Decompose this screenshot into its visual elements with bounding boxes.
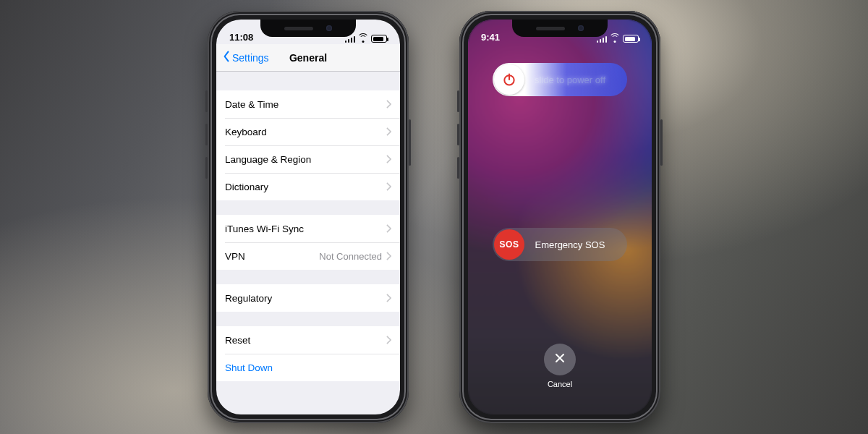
- row-date-time[interactable]: Date & Time: [216, 90, 400, 118]
- row-detail: Not Connected: [319, 251, 382, 262]
- page-title: General: [289, 52, 327, 64]
- slide-emergency-sos[interactable]: SOS Emergency SOS: [493, 228, 627, 261]
- row-vpn[interactable]: VPN Not Connected: [216, 242, 400, 270]
- row-label: Date & Time: [225, 99, 278, 110]
- nav-bar: Settings General: [216, 44, 400, 72]
- wifi-icon: [358, 35, 368, 43]
- row-label: Keyboard: [225, 127, 267, 137]
- cancel-control: Cancel: [544, 344, 576, 388]
- chevron-right-icon: [386, 182, 391, 191]
- row-label: Regulatory: [225, 293, 272, 304]
- battery-icon: [623, 35, 639, 43]
- cancel-label: Cancel: [544, 380, 576, 388]
- close-icon: [554, 352, 566, 367]
- chevron-right-icon: [386, 100, 391, 109]
- sos-icon[interactable]: SOS: [494, 229, 524, 260]
- section-gap: [216, 270, 400, 284]
- cancel-button[interactable]: [544, 344, 576, 375]
- chevron-right-icon: [386, 155, 391, 163]
- section-gap: [216, 72, 400, 90]
- power-icon[interactable]: [494, 64, 524, 95]
- notch: [260, 20, 356, 37]
- row-dictionary[interactable]: Dictionary: [216, 173, 400, 200]
- slide-to-power-off[interactable]: slide to power off: [493, 63, 627, 96]
- settings-list[interactable]: Date & Time Keyboard Language & Region D…: [216, 72, 400, 414]
- status-time: 9:41: [481, 32, 500, 43]
- chevron-right-icon: [386, 224, 391, 233]
- chevron-right-icon: [386, 127, 391, 136]
- row-shut-down[interactable]: Shut Down: [216, 354, 400, 381]
- chevron-right-icon: [386, 252, 391, 260]
- back-label: Settings: [232, 52, 269, 64]
- phone-right-poweroff: 9:41 slide to power off SOS Emergency SO…: [459, 11, 660, 423]
- row-label: Shut Down: [225, 362, 273, 373]
- settings-app: 11:08 Settings General: [216, 20, 400, 414]
- screen-settings: 11:08 Settings General: [216, 20, 400, 414]
- section-gap: [216, 312, 400, 326]
- chevron-right-icon: [386, 294, 391, 302]
- row-label: VPN: [225, 251, 245, 262]
- row-language-region[interactable]: Language & Region: [216, 145, 400, 173]
- row-label: Dictionary: [225, 182, 268, 192]
- chevron-left-icon: [222, 51, 231, 64]
- row-label: Reset: [225, 335, 250, 346]
- chevron-right-icon: [386, 336, 391, 344]
- row-label: iTunes Wi-Fi Sync: [225, 224, 304, 234]
- row-label: Language & Region: [225, 154, 311, 165]
- row-reset[interactable]: Reset: [216, 326, 400, 354]
- row-itunes-wifi-sync[interactable]: iTunes Wi-Fi Sync: [216, 215, 400, 242]
- row-keyboard[interactable]: Keyboard: [216, 118, 400, 145]
- sos-slider-label: Emergency SOS: [526, 239, 627, 250]
- section-gap: [216, 200, 400, 215]
- phone-left-settings: 11:08 Settings General: [208, 11, 409, 423]
- row-regulatory[interactable]: Regulatory: [216, 284, 400, 312]
- battery-icon: [371, 35, 387, 43]
- power-off-overlay: 9:41 slide to power off SOS Emergency SO…: [468, 20, 652, 414]
- status-time: 11:08: [229, 32, 253, 43]
- wifi-icon: [610, 35, 620, 43]
- back-button[interactable]: Settings: [222, 51, 269, 64]
- power-slider-label: slide to power off: [526, 75, 627, 85]
- notch: [512, 20, 608, 37]
- screen-poweroff: 9:41 slide to power off SOS Emergency SO…: [468, 20, 652, 414]
